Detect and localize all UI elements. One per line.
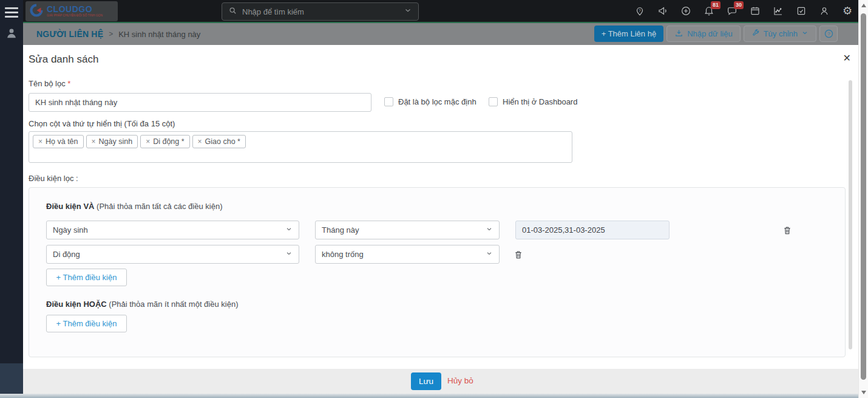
announcement-icon[interactable] <box>657 5 668 16</box>
cloudgo-logo-icon <box>29 3 44 20</box>
chevron-down-icon <box>486 225 493 235</box>
messages-chat-icon[interactable]: 30 <box>727 5 737 16</box>
breadcrumb-actions: + Thêm Liên hệ Nhập dữ liệu Tùy chỉnh ? <box>594 26 838 42</box>
scrollbar-thumb[interactable] <box>861 13 866 380</box>
modal-footer: Lưu Hủy bỏ <box>23 369 858 394</box>
and-conditions-title: Điều kiện VÀ (Phải thỏa mãn tất cả các đ… <box>46 202 222 211</box>
columns-label: Chọn cột và thứ tự hiển thị (Tối đa 15 c… <box>29 119 175 128</box>
or-conditions-title: Điều kiện HOẶC (Phải thỏa mãn ít nhất mộ… <box>46 300 238 309</box>
edit-list-modal: Sửa danh sách ✕ Tên bộ lọc * KH sinh nhậ… <box>23 45 858 394</box>
help-pin-icon[interactable]: ? <box>634 5 645 16</box>
notifications-badge: 81 <box>711 1 721 9</box>
breadcrumb: NGƯỜI LIÊN HỆ > KH sinh nhật tháng này <box>36 23 200 45</box>
filter-conditions-label: Điều kiện lọc : <box>29 174 78 183</box>
help-button[interactable]: ? <box>819 26 838 42</box>
header-icon-row: ? 81 30 <box>634 0 853 22</box>
scroll-down-arrow-icon[interactable] <box>861 391 866 394</box>
column-tag: × Họ và tên <box>33 135 84 148</box>
search-chevron-down-icon[interactable] <box>404 6 412 17</box>
svg-text:?: ? <box>827 31 830 36</box>
modal-scrollbar-thumb[interactable] <box>849 80 852 349</box>
conditions-panel: Điều kiện VÀ (Phải thỏa mãn tất cả các đ… <box>29 187 846 357</box>
columns-tag-input[interactable]: × Họ và tên × Ngày sinh × Di động * × Gi… <box>29 131 572 163</box>
cancel-button[interactable]: Hủy bỏ <box>447 376 473 385</box>
add-or-condition-button[interactable]: + Thêm điều kiện <box>46 315 127 332</box>
logo-tagline: GIẢI PHÁP CHUYỂN ĐỔI SỐ TINH GỌN <box>47 14 103 18</box>
condition-operator-select[interactable]: Tháng này <box>315 221 500 239</box>
chevron-down-icon <box>285 225 293 235</box>
sidebar-bottom-section <box>0 363 23 394</box>
search-placeholder: Nhập để tìm kiếm <box>242 7 399 16</box>
global-search-input[interactable]: Nhập để tìm kiếm <box>222 2 419 21</box>
search-icon <box>228 6 237 18</box>
screen: CLOUDGO GIẢI PHÁP CHUYỂN ĐỔI SỐ TINH GỌN… <box>0 0 868 398</box>
profile-person-icon[interactable] <box>819 5 830 16</box>
hamburger-menu-icon[interactable] <box>5 7 18 20</box>
settings-gear-icon[interactable]: ⚙ <box>842 5 853 16</box>
filter-name-input[interactable]: KH sinh nhật tháng này <box>29 93 371 112</box>
calendar-icon[interactable] <box>750 5 761 16</box>
remove-tag-icon[interactable]: × <box>38 137 42 146</box>
delete-condition-trash-icon[interactable] <box>782 225 792 236</box>
browser-scrollbar[interactable] <box>858 0 868 398</box>
add-new-icon[interactable] <box>680 5 691 16</box>
condition-field-select[interactable]: Di động <box>46 245 299 264</box>
breadcrumb-bar: NGƯỜI LIÊN HỆ > KH sinh nhật tháng này +… <box>23 23 858 45</box>
download-icon <box>674 29 683 39</box>
breadcrumb-module[interactable]: NGƯỜI LIÊN HỆ <box>36 29 103 39</box>
notifications-bell-icon[interactable]: 81 <box>704 5 714 16</box>
page-bottom-edge <box>0 394 858 398</box>
condition-operator-select[interactable]: không trống <box>315 245 500 264</box>
chevron-down-icon <box>486 250 493 259</box>
remove-tag-icon[interactable]: × <box>198 137 202 146</box>
reports-chart-icon[interactable] <box>773 5 784 16</box>
logo-name: CLOUDGO <box>47 5 103 14</box>
customize-button[interactable]: Tùy chỉnh <box>744 26 816 42</box>
breadcrumb-separator: > <box>109 30 113 38</box>
filter-name-label: Tên bộ lọc * <box>29 79 70 88</box>
close-icon[interactable]: ✕ <box>843 52 851 64</box>
add-contact-button[interactable]: + Thêm Liên hệ <box>594 26 663 42</box>
app-logo[interactable]: CLOUDGO GIẢI PHÁP CHUYỂN ĐỔI SỐ TINH GỌN <box>25 1 118 21</box>
remove-tag-icon[interactable]: × <box>146 137 150 146</box>
condition-field-select[interactable]: Ngày sinh <box>46 221 299 239</box>
tasks-check-square-icon[interactable] <box>796 5 807 16</box>
column-tag: × Giao cho * <box>192 135 246 148</box>
column-tag: × Ngày sinh <box>86 135 138 148</box>
chevron-down-icon <box>285 250 293 259</box>
sidebar-contacts-icon[interactable] <box>5 27 18 43</box>
save-button[interactable]: Lưu <box>411 372 441 390</box>
remove-tag-icon[interactable]: × <box>92 137 96 146</box>
messages-badge: 30 <box>734 1 744 9</box>
add-and-condition-button[interactable]: + Thêm điều kiện <box>46 269 127 286</box>
show-dashboard-label: Hiển thị ở Dashboard <box>503 97 577 106</box>
modal-title: Sửa danh sách <box>29 53 98 66</box>
show-dashboard-checkbox[interactable] <box>489 97 498 106</box>
svg-text:?: ? <box>639 9 641 13</box>
top-header: CLOUDGO GIẢI PHÁP CHUYỂN ĐỔI SỐ TINH GỌN… <box>23 0 858 23</box>
breadcrumb-page: KH sinh nhật tháng này <box>118 30 200 39</box>
scroll-up-arrow-icon[interactable] <box>861 4 866 7</box>
import-data-button[interactable]: Nhập dữ liệu <box>666 26 740 42</box>
delete-condition-trash-icon[interactable] <box>514 249 523 260</box>
required-asterisk: * <box>67 79 70 88</box>
left-sidebar <box>0 0 23 363</box>
chevron-down-icon <box>801 29 809 38</box>
column-tag: × Di động * <box>140 135 189 148</box>
wrench-icon <box>751 29 760 39</box>
default-filter-label: Đặt là bộ lọc mặc định <box>398 97 476 106</box>
condition-value-input[interactable]: 01-03-2025,31-03-2025 <box>515 221 670 239</box>
default-filter-checkbox[interactable] <box>384 97 393 106</box>
